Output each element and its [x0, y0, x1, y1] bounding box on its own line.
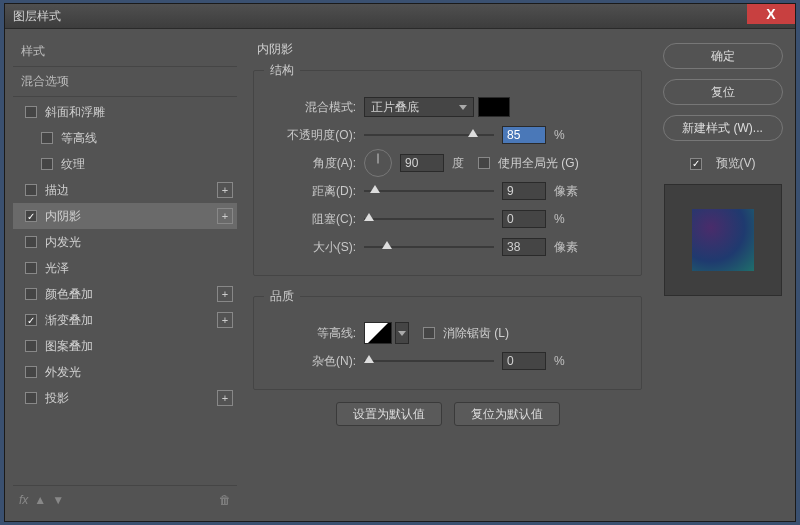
style-checkbox[interactable]: [25, 366, 37, 378]
blend-mode-label: 混合模式:: [264, 99, 364, 116]
noise-slider[interactable]: [364, 353, 494, 369]
style-checkbox[interactable]: [25, 288, 37, 300]
style-checkbox[interactable]: [25, 314, 37, 326]
close-button[interactable]: X: [747, 4, 795, 24]
sidebar-item-label: 渐变叠加: [45, 312, 93, 329]
sidebar-item-10[interactable]: 外发光: [13, 359, 237, 385]
sidebar-item-2[interactable]: 纹理: [13, 151, 237, 177]
distance-label: 距离(D):: [264, 183, 364, 200]
sidebar-item-8[interactable]: 渐变叠加+: [13, 307, 237, 333]
choke-label: 阻塞(C):: [264, 211, 364, 228]
up-icon[interactable]: ▲: [34, 493, 46, 507]
opacity-input[interactable]: 85: [502, 126, 546, 144]
antialias-label: 消除锯齿 (L): [443, 325, 509, 342]
fx-icon[interactable]: fx: [19, 493, 28, 507]
preview-box: [664, 184, 782, 296]
noise-label: 杂色(N):: [264, 353, 364, 370]
angle-dial[interactable]: [364, 149, 392, 177]
sidebar-item-11[interactable]: 投影+: [13, 385, 237, 411]
style-checkbox[interactable]: [25, 392, 37, 404]
style-checkbox[interactable]: [25, 236, 37, 248]
sidebar-item-9[interactable]: 图案叠加: [13, 333, 237, 359]
angle-label: 角度(A):: [264, 155, 364, 172]
sidebar-item-label: 投影: [45, 390, 69, 407]
opacity-slider[interactable]: [364, 127, 494, 143]
sidebar-item-1[interactable]: 等高线: [13, 125, 237, 151]
contour-dropdown[interactable]: [395, 322, 409, 344]
sidebar-item-0[interactable]: 斜面和浮雕: [13, 99, 237, 125]
add-effect-icon[interactable]: +: [217, 390, 233, 406]
style-checkbox[interactable]: [25, 184, 37, 196]
preview-label: 预览(V): [716, 155, 756, 172]
opacity-label: 不透明度(O):: [264, 127, 364, 144]
sidebar-item-7[interactable]: 颜色叠加+: [13, 281, 237, 307]
color-swatch[interactable]: [478, 97, 510, 117]
distance-slider[interactable]: [364, 183, 494, 199]
angle-input[interactable]: 90: [400, 154, 444, 172]
right-panel: 确定 复位 新建样式 (W)... 预览(V): [650, 29, 795, 521]
sidebar-item-6[interactable]: 光泽: [13, 255, 237, 281]
choke-input[interactable]: 0: [502, 210, 546, 228]
cancel-button[interactable]: 复位: [663, 79, 783, 105]
sidebar-item-label: 等高线: [61, 130, 97, 147]
sidebar-item-label: 颜色叠加: [45, 286, 93, 303]
quality-legend: 品质: [264, 288, 300, 305]
size-input[interactable]: 38: [502, 238, 546, 256]
sidebar-item-label: 斜面和浮雕: [45, 104, 105, 121]
settings-panel: 内阴影 结构 混合模式: 正片叠底 不透明度(O): 85 % 角度(A):: [245, 29, 650, 521]
ok-button[interactable]: 确定: [663, 43, 783, 69]
sidebar-subheader[interactable]: 混合选项: [13, 66, 237, 97]
dialog-title: 图层样式: [13, 8, 61, 25]
sidebar-item-label: 纹理: [61, 156, 85, 173]
add-effect-icon[interactable]: +: [217, 208, 233, 224]
trash-icon[interactable]: 🗑: [219, 493, 231, 507]
size-label: 大小(S):: [264, 239, 364, 256]
choke-slider[interactable]: [364, 211, 494, 227]
sidebar-item-3[interactable]: 描边+: [13, 177, 237, 203]
global-light-checkbox[interactable]: [478, 157, 490, 169]
preview-swatch: [692, 209, 754, 271]
sidebar-item-label: 内阴影: [45, 208, 81, 225]
distance-input[interactable]: 9: [502, 182, 546, 200]
contour-picker[interactable]: [364, 322, 392, 344]
panel-title: 内阴影: [253, 41, 642, 58]
sidebar-item-5[interactable]: 内发光: [13, 229, 237, 255]
quality-group: 品质 等高线: 消除锯齿 (L) 杂色(N): 0 %: [253, 288, 642, 390]
sidebar-item-label: 描边: [45, 182, 69, 199]
style-checkbox[interactable]: [41, 132, 53, 144]
blend-mode-select[interactable]: 正片叠底: [364, 97, 474, 117]
antialias-checkbox[interactable]: [423, 327, 435, 339]
sidebar-item-label: 外发光: [45, 364, 81, 381]
style-checkbox[interactable]: [25, 262, 37, 274]
add-effect-icon[interactable]: +: [217, 312, 233, 328]
structure-legend: 结构: [264, 62, 300, 79]
reset-default-button[interactable]: 复位为默认值: [454, 402, 560, 426]
sidebar-item-label: 内发光: [45, 234, 81, 251]
noise-input[interactable]: 0: [502, 352, 546, 370]
new-style-button[interactable]: 新建样式 (W)...: [663, 115, 783, 141]
style-checkbox[interactable]: [25, 340, 37, 352]
sidebar-item-4[interactable]: 内阴影+: [13, 203, 237, 229]
styles-sidebar: 样式 混合选项 斜面和浮雕等高线纹理描边+内阴影+内发光光泽颜色叠加+渐变叠加+…: [5, 29, 245, 521]
preview-checkbox[interactable]: [690, 158, 702, 170]
size-slider[interactable]: [364, 239, 494, 255]
add-effect-icon[interactable]: +: [217, 286, 233, 302]
down-icon[interactable]: ▼: [52, 493, 64, 507]
sidebar-item-label: 光泽: [45, 260, 69, 277]
contour-label: 等高线:: [264, 325, 364, 342]
structure-group: 结构 混合模式: 正片叠底 不透明度(O): 85 % 角度(A): 90 度: [253, 62, 642, 276]
titlebar[interactable]: 图层样式 X: [5, 4, 795, 29]
layer-style-dialog: 图层样式 X 样式 混合选项 斜面和浮雕等高线纹理描边+内阴影+内发光光泽颜色叠…: [4, 3, 796, 522]
add-effect-icon[interactable]: +: [217, 182, 233, 198]
style-checkbox[interactable]: [25, 210, 37, 222]
sidebar-footer: fx ▲ ▼ 🗑: [13, 485, 237, 513]
sidebar-header[interactable]: 样式: [13, 37, 237, 66]
style-checkbox[interactable]: [25, 106, 37, 118]
global-light-label: 使用全局光 (G): [498, 155, 579, 172]
sidebar-item-label: 图案叠加: [45, 338, 93, 355]
make-default-button[interactable]: 设置为默认值: [336, 402, 442, 426]
style-checkbox[interactable]: [41, 158, 53, 170]
